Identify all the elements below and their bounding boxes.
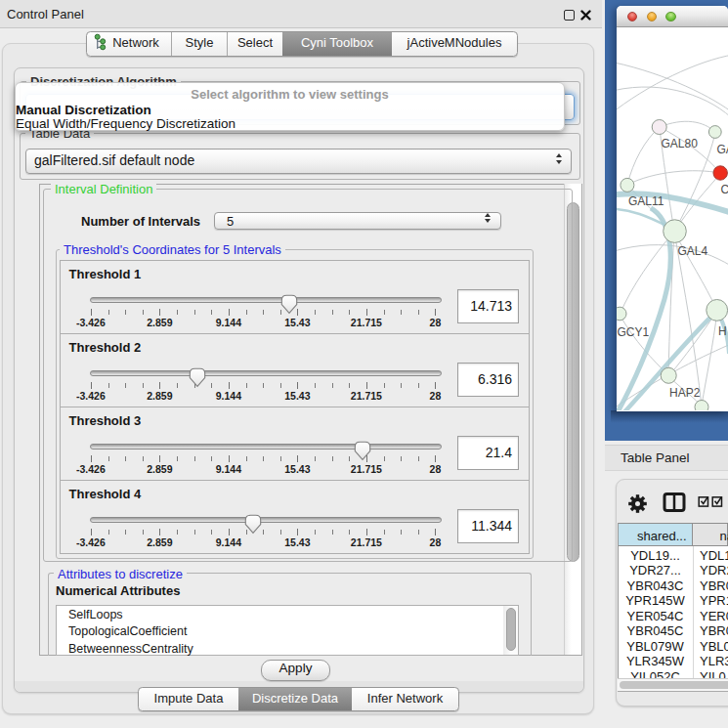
svg-text:H: H	[718, 324, 727, 338]
svg-text:HAP2: HAP2	[669, 386, 701, 400]
svg-text:GCY1: GCY1	[618, 325, 650, 339]
svg-text:GAL11: GAL11	[628, 194, 664, 208]
svg-text:GAL4: GAL4	[678, 244, 708, 258]
svg-text:GA: GA	[717, 143, 728, 156]
svg-text:C: C	[721, 183, 728, 196]
svg-text:GAL80: GAL80	[662, 137, 699, 150]
